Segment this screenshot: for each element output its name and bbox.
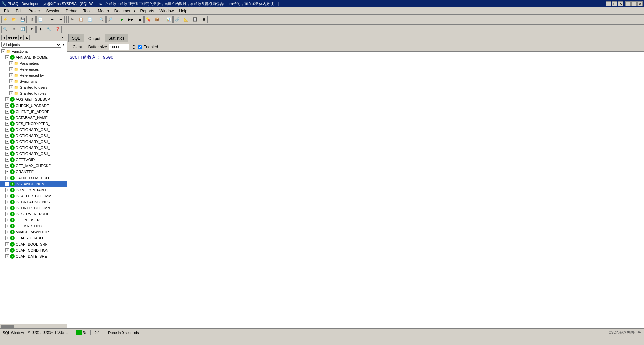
tree-is-creating[interactable]: + f IS_CREATING_NES [0, 199, 67, 205]
nav-up-btn[interactable]: ▲ [24, 35, 30, 40]
tb-undo-btn[interactable]: ↩ [48, 16, 56, 23]
tree-check-upgrade[interactable]: + f CHECK_UPGRADE [0, 102, 67, 109]
dictobj4-expand-icon[interactable]: + [5, 146, 9, 150]
gettvoid-expand-icon[interactable]: + [5, 158, 9, 162]
enabled-checkbox-label[interactable]: Enabled [138, 45, 158, 49]
tb-stop-btn[interactable]: ⏹ [136, 16, 144, 23]
tb2-connect-btn[interactable]: 🔄 [19, 26, 27, 33]
spinner-down[interactable]: ▼ [132, 47, 136, 50]
tab-statistics[interactable]: Statistics [105, 34, 128, 42]
checkupg-expand-icon[interactable]: + [5, 104, 9, 108]
menu-macro[interactable]: Macro [95, 8, 111, 14]
dictobj1-expand-icon[interactable]: + [5, 128, 9, 132]
aqget-expand-icon[interactable]: + [5, 97, 9, 101]
tab-output[interactable]: Output [85, 35, 104, 42]
tb-execute-btn[interactable]: ▶ [118, 16, 126, 23]
tb-compare-btn[interactable]: ⊟ [200, 16, 208, 23]
tb2-settings-btn[interactable]: ⚙ [10, 26, 18, 33]
tree-referenced-by[interactable]: + 📁 Referenced by [0, 72, 67, 78]
tb-commit-btn[interactable]: 💊 [144, 16, 152, 23]
grantusers-expand-icon[interactable]: + [9, 85, 13, 89]
iscreating-expand-icon[interactable]: + [5, 200, 9, 204]
tree-dict-obj2[interactable]: + f DICTIONARY_OBJ_ [0, 133, 67, 139]
tb2-search-btn[interactable]: 🔍 [1, 26, 9, 33]
nav-forward-btn[interactable]: ▶ [18, 35, 24, 40]
menu-session[interactable]: Session [43, 8, 63, 14]
child-maximize-button[interactable]: □ [612, 1, 617, 6]
menu-help[interactable]: Help [176, 8, 190, 14]
nav-back-start-btn[interactable]: ◀◀ [7, 35, 12, 40]
isserver-expand-icon[interactable]: + [5, 212, 9, 216]
menu-project[interactable]: Project [25, 8, 43, 14]
tree-aq-get-subscp[interactable]: + f AQ$_GET_SUBSCP [0, 96, 67, 102]
tb-new-btn[interactable]: ⚡ [1, 16, 9, 23]
tree-client-ip[interactable]: + f CLIENT_IP_ADDRE [0, 109, 67, 115]
tree-olaprc[interactable]: + f OLAPRC_TABLE [0, 235, 67, 241]
tb-save-btn[interactable]: 💾 [19, 16, 27, 23]
tree-is-server[interactable]: + f IS_SERVERERROF [0, 211, 67, 217]
tree-granted-roles[interactable]: + 📁 Granted to roles [0, 90, 67, 96]
tb-paste-btn[interactable]: 📄 [86, 16, 94, 23]
olapcond-expand-icon[interactable]: + [5, 248, 9, 252]
dictobj5-expand-icon[interactable]: + [5, 152, 9, 156]
main-close-button[interactable]: ✕ [637, 1, 643, 6]
child-minimize-button[interactable]: ─ [606, 1, 611, 6]
isxml-expand-icon[interactable]: + [5, 188, 9, 192]
menu-debug[interactable]: Debug [63, 8, 80, 14]
tree-olap-bool[interactable]: + f OLAP_BOOL_SRF [0, 241, 67, 247]
clientip-expand-icon[interactable]: + [5, 110, 9, 114]
menu-documents[interactable]: Documents [112, 8, 138, 14]
tree-olap-cond[interactable]: + f OLAP_CONDITION [0, 247, 67, 253]
tree-get-max-checkf[interactable]: + f GET_MAX_CHECKF [0, 163, 67, 169]
enabled-checkbox[interactable] [138, 45, 142, 49]
tree-haen-txfm[interactable]: + f HAEN_TXFM_TEXT [0, 175, 67, 181]
instnum-expand-icon[interactable]: + [5, 182, 9, 186]
child-close-button[interactable]: ✕ [618, 1, 623, 6]
tree-gettvoid[interactable]: + f GETTVOID [0, 157, 67, 163]
grantroles-expand-icon[interactable]: + [9, 91, 13, 95]
object-type-select[interactable]: All objects Functions Procedures Tables [1, 42, 61, 48]
tb-print-btn[interactable]: 🖨 [28, 16, 36, 23]
tb-open-btn[interactable]: 📂 [10, 16, 18, 23]
tb-copy-btn[interactable]: 📋 [77, 16, 85, 23]
dbname-expand-icon[interactable]: + [5, 116, 9, 120]
isdrop-expand-icon[interactable]: + [5, 206, 9, 210]
main-minimize-button[interactable]: ─ [625, 1, 631, 6]
syn-expand-icon[interactable]: + [9, 79, 13, 83]
tb-cut-btn[interactable]: ✂ [68, 16, 76, 23]
tree-references[interactable]: + 📁 References [0, 66, 67, 72]
tree-is-alter[interactable]: + f IS_ALTER_COLUMM [0, 193, 67, 199]
tab-sql[interactable]: SQL [68, 34, 84, 42]
desenc-expand-icon[interactable]: + [5, 122, 9, 126]
annual-expand-icon[interactable]: − [5, 55, 9, 59]
tree-dict-obj5[interactable]: + f DICTIONARY_OBJ_ [0, 151, 67, 157]
tb-autotrace-btn[interactable]: 🔗 [173, 16, 181, 23]
menu-tools[interactable]: Tools [80, 8, 95, 14]
tb2-object-btn[interactable]: 🔧 [45, 26, 53, 33]
tree-olap-date[interactable]: + f OLAP_DATE_SRE [0, 253, 67, 259]
tb-print2-btn[interactable]: 📄 [36, 16, 44, 23]
tree-database-name[interactable]: + f DATABASE_NAME [0, 115, 67, 121]
haentxfm-expand-icon[interactable]: + [5, 176, 9, 180]
tree-synonyms[interactable]: + 📁 Synonyms [0, 78, 67, 84]
tree-logmnr[interactable]: + f LOGMNR_DPC [0, 223, 67, 229]
tb-explain-btn[interactable]: 📊 [165, 16, 173, 23]
nav-back-btn[interactable]: ◀ [1, 35, 7, 40]
tree-login-user[interactable]: + f LOGIN_USER [0, 217, 67, 223]
tb-run-script-btn[interactable]: ▶▶ [127, 16, 135, 23]
tb2-down-btn[interactable]: ⬇ [36, 26, 44, 33]
tree-functions-root[interactable]: − 📁 Functions [0, 48, 67, 54]
tree-dict-obj4[interactable]: + f DICTIONARY_OBJ_ [0, 145, 67, 151]
logmnr-expand-icon[interactable]: + [5, 224, 9, 228]
dictobj3-expand-icon[interactable]: + [5, 140, 9, 144]
olapdate-expand-icon[interactable]: + [5, 254, 9, 258]
filter-arrow[interactable]: ▼ [62, 43, 65, 46]
tree-scroll-thumb[interactable] [1, 325, 14, 328]
left-panel-close-btn[interactable]: ✕ [60, 35, 65, 40]
nav-forward-end-btn[interactable]: ▶▶ [13, 35, 18, 40]
tree-isxml[interactable]: + f ISXMLTYPETABLE [0, 187, 67, 193]
menu-edit[interactable]: Edit [13, 8, 25, 14]
grantee-expand-icon[interactable]: + [5, 170, 9, 174]
clear-button[interactable]: Clear [69, 44, 86, 50]
dictobj2-expand-icon[interactable]: + [5, 134, 9, 138]
